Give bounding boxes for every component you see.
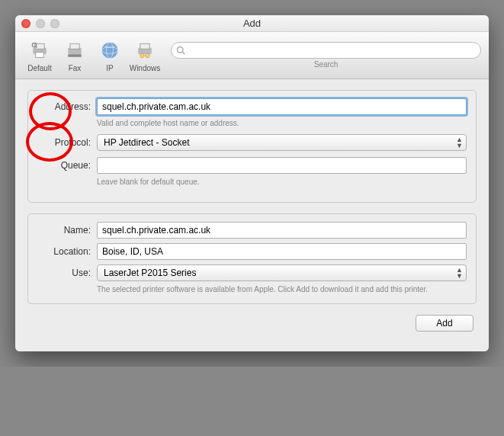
queue-field[interactable] [97, 157, 467, 174]
use-label: Use: [37, 268, 91, 278]
svg-rect-12 [140, 43, 149, 49]
name-field[interactable] [97, 222, 467, 239]
search-field[interactable] [171, 42, 481, 59]
svg-rect-7 [68, 54, 82, 57]
globe-icon [98, 38, 122, 63]
toolbar-fax[interactable]: Fax [58, 38, 91, 72]
svg-rect-6 [70, 43, 79, 49]
use-value: LaserJet P2015 Series [104, 268, 196, 278]
protocol-select[interactable]: HP Jetdirect - Socket ▲▼ [97, 134, 467, 151]
add-button[interactable]: Add [416, 315, 474, 332]
toolbar-default[interactable]: Default [23, 38, 56, 72]
svg-point-15 [178, 47, 184, 53]
address-field[interactable] [97, 98, 467, 115]
queue-hint: Leave blank for default queue. [97, 177, 467, 187]
svg-point-14 [146, 53, 149, 57]
chevron-updown-icon: ▲▼ [456, 136, 463, 149]
location-label: Location: [37, 246, 91, 257]
printer-share-icon [133, 38, 157, 63]
content-area: Address: Valid and complete host name or… [15, 79, 489, 351]
add-printer-window: Add Default Fax IP Windows [15, 15, 489, 351]
toolbar-windows-label: Windows [130, 64, 161, 72]
connection-panel: Address: Valid and complete host name or… [27, 90, 477, 203]
toolbar-default-label: Default [27, 64, 52, 72]
name-label: Name: [37, 225, 91, 236]
chevron-updown-icon: ▲▼ [456, 267, 463, 279]
toolbar-ip[interactable]: IP [93, 38, 127, 72]
fax-icon [63, 38, 87, 63]
address-hint: Valid and complete host name or address. [97, 118, 467, 128]
svg-point-8 [102, 43, 118, 59]
use-hint: The selected printer software is availab… [97, 284, 467, 294]
toolbar-windows[interactable]: Windows [128, 38, 162, 72]
svg-rect-2 [36, 53, 44, 58]
protocol-value: HP Jetdirect - Socket [104, 137, 190, 148]
toolbar-fax-label: Fax [69, 64, 82, 72]
svg-point-13 [140, 53, 144, 57]
location-field[interactable] [97, 243, 467, 260]
use-select[interactable]: LaserJet P2015 Series ▲▼ [97, 264, 467, 281]
search-label: Search [171, 60, 481, 69]
window-title: Add [15, 18, 489, 29]
protocol-label: Protocol: [37, 137, 91, 148]
svg-line-16 [182, 52, 185, 54]
toolbar-ip-label: IP [106, 64, 113, 72]
toolbar: Default Fax IP Windows Search [15, 32, 489, 79]
titlebar: Add [15, 15, 489, 32]
address-label: Address: [37, 101, 91, 112]
queue-label: Queue: [37, 160, 91, 171]
printer-info-panel: Name: Location: Use: LaserJet P2015 Seri… [27, 213, 477, 304]
printer-icon [27, 38, 52, 63]
search-icon [176, 46, 185, 55]
